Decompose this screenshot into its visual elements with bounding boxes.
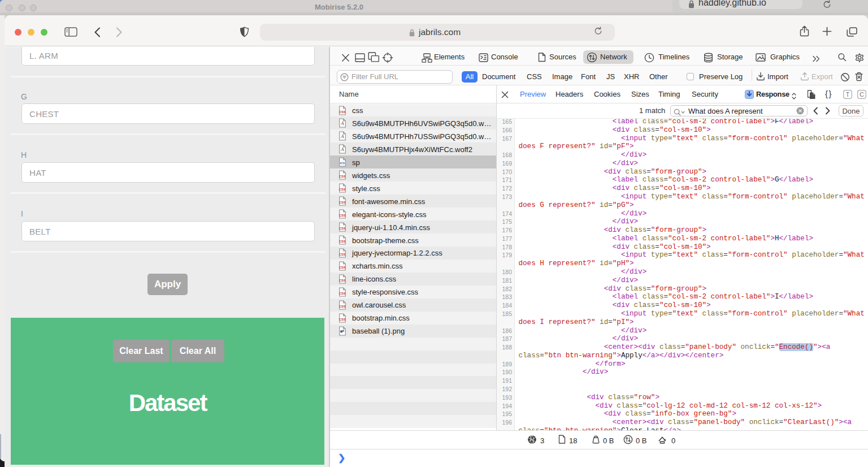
svg-text:CSS: CSS: [339, 253, 346, 256]
svg-text:C: C: [860, 91, 864, 98]
svg-text:CSS: CSS: [339, 110, 346, 113]
svg-text:CSS: CSS: [339, 227, 346, 230]
svg-text:CSS: CSS: [339, 266, 346, 269]
svg-text:CSS: CSS: [339, 279, 346, 282]
svg-text:CSS: CSS: [339, 188, 346, 191]
svg-text:A: A: [340, 121, 344, 127]
svg-text:A: A: [340, 147, 344, 153]
svg-text:T: T: [846, 91, 850, 98]
svg-text:CSS: CSS: [339, 240, 346, 243]
svg-text:CSS: CSS: [339, 214, 346, 217]
svg-text:<>: <>: [340, 161, 345, 166]
svg-text:CSS: CSS: [339, 201, 346, 204]
svg-text:CSS: CSS: [339, 175, 346, 178]
svg-text:A: A: [340, 134, 344, 140]
svg-text:CSS: CSS: [339, 318, 346, 321]
svg-text:CSS: CSS: [339, 292, 346, 295]
svg-text:CSS: CSS: [339, 305, 346, 308]
